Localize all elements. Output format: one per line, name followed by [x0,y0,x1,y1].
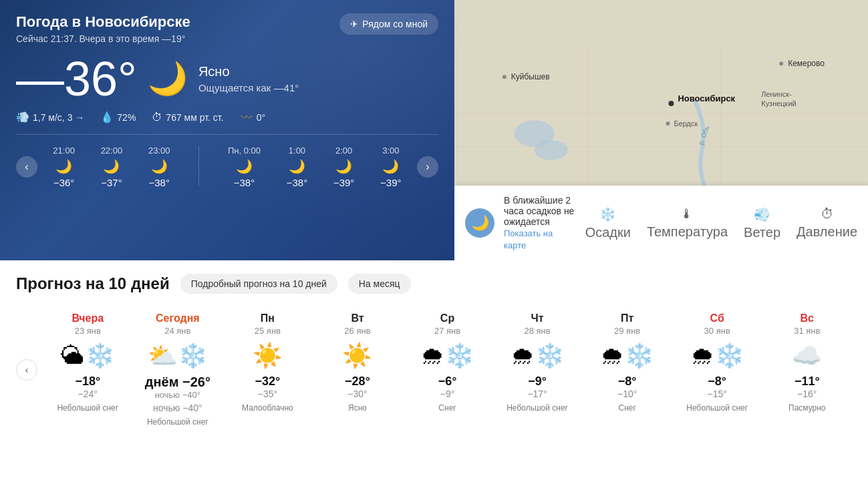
hour-temp: −38° [148,177,169,188]
svg-text:Куйбышев: Куйбышев [511,72,550,81]
day-condition: Пасмурно [788,403,826,414]
day-low: −10° [617,389,637,399]
day-col[interactable]: Пт 29 янв 🌧❄️ −8° −10° Снег [582,307,672,433]
day-condition: Небольшой снег [507,403,568,414]
hour-weather-icon: 🌙 [335,158,352,174]
day-high: −28° [345,375,370,389]
svg-point-13 [666,122,670,126]
day-date: 25 янв [255,326,281,336]
day-low: −35° [258,389,277,399]
hourly-prev-button[interactable]: ‹ [16,156,37,178]
day-condition: Небольшой снег [686,403,748,414]
hour-time: 22:00 [101,146,123,156]
nearby-button[interactable]: ✈ Рядом со мной [339,13,438,35]
day-col[interactable]: Вчера 23 янв 🌥❄️ −18° −24° Небольшой сне… [43,307,133,433]
hour-time: 23:00 [148,146,170,156]
hour-item: 21:00 🌙 −36° [53,146,75,188]
feels-like: Ощущается как —41° [198,82,299,93]
hour-time: 1:00 [289,146,305,156]
svg-point-2 [535,140,568,160]
svg-text:Бердск: Бердск [674,119,698,128]
hour-temp: −38° [287,177,307,188]
location-icon: ✈ [350,19,358,29]
forecast-title: Прогноз на 10 дней [16,274,170,293]
hour-time: 2:00 [335,146,352,156]
day-high: −9° [528,375,547,389]
hourly-next-button[interactable]: › [417,156,438,178]
day-condition: Снег [618,403,635,414]
hourly-list: 21:00 🌙 −36° 22:00 🌙 −37° 23:00 🌙 −38° П… [37,146,417,188]
svg-text:Новосибирск: Новосибирск [678,93,735,103]
hour-item: 2:00 🌙 −39° [333,146,354,188]
day-name: Вчера [71,312,104,324]
day-name: Ср [440,312,454,324]
day-prev-button[interactable]: ‹ [16,359,37,381]
hour-time: 3:00 [382,146,399,156]
precip-icon-label: Давление [797,224,857,240]
day-weather-icon: ☀️ [342,342,372,369]
day-col[interactable]: Пн 25 янв ☀️ −32° −35° Малооблачно [223,307,313,433]
humidity-stat: 💧 72% [100,111,136,124]
hour-weather-icon: 🌙 [236,158,253,174]
day-col[interactable]: Чт 28 янв 🌧❄️ −9° −17° Небольшой снег [492,307,583,433]
pressure-icon: ⏱ [152,111,162,124]
hour-item: 1:00 🌙 −38° [287,146,307,188]
detailed-forecast-button[interactable]: Подробный прогноз на 10 дней [180,274,337,294]
precip-icon: ❄️ [599,206,616,222]
precip-icon: 💨 [754,206,770,222]
wind-icon: 💨 [16,111,29,124]
day-col[interactable]: Сегодня 24 янв ⛅❄️ днём −26° ночью −40° … [133,307,223,433]
hour-time: Пн, 0:00 [228,146,261,156]
day-name: Вс [801,312,814,324]
day-low: ночью −40° [153,403,202,413]
svg-text:Ленинск-: Ленинск- [761,90,792,98]
day-col[interactable]: Вт 26 янв ☀️ −28° −30° Ясно [313,307,403,433]
day-high: −8° [618,375,637,389]
svg-point-7 [502,75,507,79]
day-name: Сб [710,312,724,324]
svg-point-9 [779,61,783,65]
day-weather-icon: 🌧❄️ [420,342,474,369]
precip-icon-item: ❄️Осадки [585,206,631,240]
hour-weather-icon: 🌙 [289,158,305,174]
pressure-stat: ⏱ 767 мм рт. ст. [152,111,223,124]
visibility-icon: 〰️ [240,111,253,124]
svg-point-11 [668,101,674,106]
precip-icon: 🌡 [680,206,694,222]
precipitation-banner: 🌙 В ближайшие 2 часа осадков не ожидаетс… [454,186,868,260]
weather-card: Погода в Новосибирске Сейчас 21:37. Вчер… [0,0,454,260]
day-condition: Небольшой снег [57,403,118,414]
current-temp: —36° [16,55,137,103]
day-col[interactable]: Сб 30 янв 🌧❄️ −8° −15° Небольшой снег [672,307,762,433]
day-condition: Ясно [348,403,367,414]
day-condition: Малооблачно [242,403,293,414]
day-weather-icon: ☁️ [792,342,822,369]
day-col[interactable]: Вс 31 янв ☁️ −11° −16° Пасмурно [762,307,853,433]
day-col[interactable]: Ср 27 янв 🌧❄️ −6° −9° Снег [402,307,492,433]
day-weather-icon: ⛅❄️ [148,342,208,369]
precip-icon: ⏱ [821,206,834,222]
precip-icon-label: Ветер [744,225,780,240]
precip-icon-item: 💨Ветер [744,206,780,240]
hour-temp: −39° [333,177,354,188]
day-condition: Небольшой снег [147,417,208,428]
month-forecast-button[interactable]: На месяц [348,274,411,294]
day-date: 31 янв [794,326,820,336]
visibility-stat: 〰️ 0° [240,111,265,124]
day-nav-left: ‹ [16,307,37,433]
days-row: ‹ Вчера 23 янв 🌥❄️ −18° −24° Небольшой с… [16,307,852,433]
hour-divider [198,146,199,186]
days-container: Вчера 23 янв 🌥❄️ −18° −24° Небольшой сне… [43,307,852,433]
precip-moon-icon: 🌙 [465,208,494,238]
day-date: 23 янв [75,326,101,336]
day-low: −17° [527,389,547,399]
precip-icon-item: ⏱Давление [797,206,857,240]
condition-text: Ясно [198,64,299,79]
day-name: Пт [621,312,633,324]
day-low: −15° [708,389,727,399]
forecast-section: Прогноз на 10 дней Подробный прогноз на … [0,260,868,480]
day-date: 24 янв [164,326,190,336]
show-on-map-link[interactable]: Показать на карте [504,228,553,250]
hour-item: Пн, 0:00 🌙 −38° [228,146,261,188]
day-name: Сегодня [156,312,200,324]
